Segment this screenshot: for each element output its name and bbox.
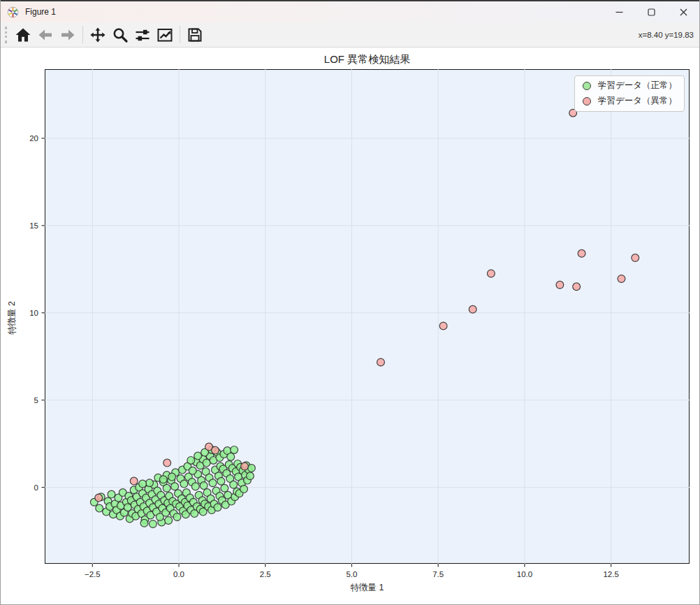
anomaly-marker-swatch (583, 97, 591, 105)
x-tick-label: 2.5 (259, 569, 270, 578)
data-point-normal (149, 520, 156, 527)
legend: 学習データ（正常） 学習データ（異常） (574, 75, 685, 112)
data-point-anomaly (94, 494, 102, 502)
plot-title: LOF 異常検知結果 (45, 53, 690, 66)
figure-window: Figure 1 (0, 0, 700, 605)
legend-item-normal: 学習データ（正常） (583, 80, 677, 92)
minimize-button[interactable] (603, 1, 635, 22)
forward-button[interactable] (57, 24, 78, 45)
data-point-normal (187, 456, 194, 464)
x-tick-label: 12.5 (603, 569, 618, 578)
close-icon (680, 8, 687, 16)
configure-subplots-button[interactable] (132, 24, 153, 45)
maximize-button[interactable] (635, 1, 667, 22)
y-axis-label: 特徴量 2 (6, 301, 18, 335)
toolbar-separator (180, 26, 180, 43)
data-point-normal (168, 473, 175, 481)
data-point-normal (221, 484, 228, 492)
data-point-normal (95, 504, 103, 512)
data-point-normal (108, 490, 115, 498)
data-point-anomaly (572, 282, 580, 290)
data-point-normal (194, 452, 201, 460)
data-point-normal (200, 481, 207, 489)
data-point-normal (209, 479, 217, 486)
data-point-normal (189, 467, 196, 474)
x-tick-label: 7.5 (432, 569, 444, 578)
data-point-anomaly (631, 254, 639, 261)
data-point-normal (159, 475, 167, 483)
data-point-normal (170, 482, 178, 490)
home-icon (15, 27, 31, 43)
minimize-icon (615, 8, 623, 16)
customize-axes-button[interactable] (154, 24, 175, 45)
back-arrow-icon (37, 27, 54, 43)
data-point-normal (230, 446, 238, 453)
data-point-normal (163, 484, 170, 492)
normal-marker-swatch (583, 82, 591, 90)
close-button[interactable] (667, 1, 699, 22)
data-point-normal (214, 503, 221, 511)
toolbar-drag-handle[interactable] (5, 27, 7, 43)
x-axis-label: 特徴量 1 (45, 582, 690, 594)
axes-area[interactable]: −2.50.02.55.07.510.012.505101520 学習データ（正… (45, 69, 690, 564)
floppy-disk-icon (187, 27, 203, 43)
y-tick-label: 5 (34, 395, 38, 404)
x-tick-label: 5.0 (346, 569, 357, 578)
data-point-normal (191, 482, 199, 490)
data-point-anomaly (377, 358, 384, 366)
scatter-plot: −2.50.02.55.07.510.012.505101520 (45, 69, 690, 564)
data-point-anomaly (240, 462, 248, 470)
data-point-normal (226, 453, 234, 460)
y-tick-label: 10 (29, 308, 38, 316)
data-point-anomaly (163, 459, 170, 467)
legend-label-anomaly: 学習データ（異常） (598, 95, 677, 107)
maximize-icon (648, 8, 655, 16)
data-point-normal (229, 481, 237, 488)
toolbar-separator (82, 26, 83, 43)
window-controls (603, 1, 699, 22)
data-point-normal (240, 485, 247, 493)
legend-item-anomaly: 学習データ（異常） (583, 95, 677, 107)
data-point-anomaly (211, 446, 219, 454)
titlebar[interactable]: Figure 1 (1, 0, 699, 22)
data-point-normal (180, 480, 188, 488)
data-point-normal (246, 472, 254, 479)
cursor-coordinates-readout: x=8.40 y=19.83 (639, 31, 695, 39)
data-point-normal (145, 479, 153, 486)
data-point-anomaly (578, 249, 585, 257)
home-button[interactable] (13, 24, 34, 45)
data-point-normal (247, 464, 255, 472)
data-point-normal (164, 516, 172, 524)
data-point-normal (140, 519, 148, 527)
save-button[interactable] (184, 24, 205, 45)
y-tick-label: 15 (29, 221, 38, 229)
magnifier-icon (112, 27, 129, 43)
data-point-anomaly (618, 275, 625, 282)
zoom-to-rect-button[interactable] (110, 24, 131, 45)
window-title: Figure 1 (25, 7, 56, 17)
matplotlib-logo-icon (7, 6, 19, 18)
x-tick-label: −2.5 (84, 569, 100, 578)
line-graph-icon (156, 27, 173, 43)
data-point-normal (203, 459, 210, 467)
navigation-toolbar: x=8.40 y=19.83 (1, 22, 699, 48)
data-point-anomaly (439, 322, 447, 330)
data-point-normal (138, 480, 146, 488)
x-tick-label: 10.0 (516, 569, 532, 578)
data-point-anomaly (487, 270, 495, 277)
figure-canvas: LOF 異常検知結果 −2.50.02.55.07.510.012.505101… (1, 48, 699, 604)
data-point-anomaly (130, 477, 138, 485)
forward-arrow-icon (59, 27, 76, 43)
pan-button[interactable] (87, 24, 108, 45)
data-point-anomaly (469, 305, 476, 313)
y-tick-label: 0 (34, 483, 38, 491)
data-point-anomaly (556, 281, 564, 289)
back-button[interactable] (35, 24, 56, 45)
data-point-normal (173, 513, 181, 520)
data-point-normal (217, 477, 225, 485)
pan-move-icon (89, 27, 106, 43)
sliders-icon (134, 27, 151, 43)
x-tick-label: 0.0 (173, 569, 184, 578)
legend-label-normal: 学習データ（正常） (598, 80, 677, 92)
y-tick-label: 20 (29, 133, 38, 142)
